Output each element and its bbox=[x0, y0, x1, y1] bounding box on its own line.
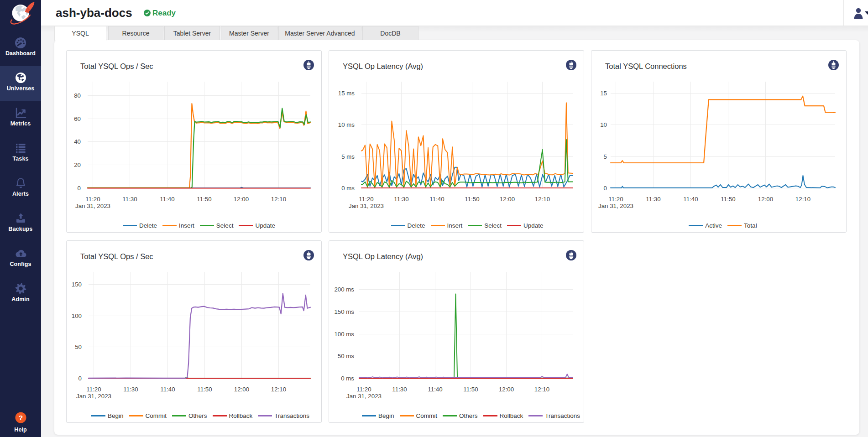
svg-text:50 ms: 50 ms bbox=[338, 353, 355, 359]
svg-text:11:40: 11:40 bbox=[683, 196, 698, 203]
svg-text:12:00: 12:00 bbox=[234, 386, 249, 393]
svg-text:11:50: 11:50 bbox=[721, 196, 735, 203]
svg-text:11:30: 11:30 bbox=[122, 196, 137, 203]
svg-text:5 ms: 5 ms bbox=[341, 153, 355, 160]
svg-text:15 ms: 15 ms bbox=[338, 90, 355, 97]
svg-text:11:50: 11:50 bbox=[465, 196, 479, 203]
svg-text:0 ms: 0 ms bbox=[341, 185, 355, 192]
svg-text:5: 5 bbox=[604, 153, 607, 160]
svg-text:60: 60 bbox=[74, 115, 81, 122]
svg-text:12:10: 12:10 bbox=[271, 386, 286, 393]
svg-text:12:00: 12:00 bbox=[500, 196, 515, 203]
svg-text:12:00: 12:00 bbox=[234, 196, 249, 203]
svg-text:12:00: 12:00 bbox=[499, 386, 514, 393]
svg-text:12:10: 12:10 bbox=[795, 196, 810, 203]
svg-text:40: 40 bbox=[74, 138, 81, 145]
svg-text:100 ms: 100 ms bbox=[334, 331, 354, 338]
svg-text:11:40: 11:40 bbox=[429, 196, 444, 203]
svg-text:150: 150 bbox=[72, 281, 82, 288]
svg-text:80: 80 bbox=[74, 92, 81, 99]
svg-text:11:30: 11:30 bbox=[394, 196, 408, 203]
svg-text:11:20: 11:20 bbox=[608, 196, 623, 203]
svg-text:Jan 31, 2023: Jan 31, 2023 bbox=[346, 393, 382, 400]
svg-text:11:30: 11:30 bbox=[123, 386, 138, 393]
svg-text:11:20: 11:20 bbox=[85, 196, 100, 203]
svg-text:Jan 31, 2023: Jan 31, 2023 bbox=[598, 203, 633, 209]
svg-text:12:10: 12:10 bbox=[534, 386, 549, 393]
svg-text:11:50: 11:50 bbox=[463, 386, 478, 393]
svg-text:12:10: 12:10 bbox=[271, 196, 286, 203]
svg-text:11:40: 11:40 bbox=[160, 196, 174, 203]
svg-text:Jan 31, 2023: Jan 31, 2023 bbox=[76, 393, 111, 400]
svg-text:0: 0 bbox=[78, 185, 81, 192]
svg-text:10 ms: 10 ms bbox=[338, 121, 355, 128]
svg-text:Jan 31, 2023: Jan 31, 2023 bbox=[349, 203, 384, 209]
svg-text:50: 50 bbox=[75, 343, 82, 350]
svg-text:11:30: 11:30 bbox=[646, 196, 660, 203]
svg-text:11:30: 11:30 bbox=[392, 386, 407, 393]
svg-text:10: 10 bbox=[600, 121, 607, 128]
svg-text:0: 0 bbox=[604, 185, 607, 192]
svg-text:11:20: 11:20 bbox=[86, 386, 101, 393]
svg-text:100: 100 bbox=[72, 312, 82, 319]
svg-text:11:50: 11:50 bbox=[197, 386, 212, 393]
svg-text:12:00: 12:00 bbox=[758, 196, 773, 203]
svg-text:200 ms: 200 ms bbox=[334, 286, 354, 293]
svg-text:15: 15 bbox=[600, 90, 607, 97]
svg-text:Jan 31, 2023: Jan 31, 2023 bbox=[75, 203, 110, 209]
svg-text:0: 0 bbox=[78, 375, 82, 382]
svg-text:11:50: 11:50 bbox=[197, 196, 211, 203]
svg-text:20: 20 bbox=[74, 161, 81, 168]
svg-text:11:40: 11:40 bbox=[428, 386, 442, 393]
svg-text:11:20: 11:20 bbox=[359, 196, 373, 203]
svg-text:11:20: 11:20 bbox=[356, 386, 371, 393]
svg-text:150 ms: 150 ms bbox=[334, 308, 354, 315]
svg-text:12:10: 12:10 bbox=[535, 196, 550, 203]
svg-text:0 ms: 0 ms bbox=[341, 375, 354, 382]
svg-text:?: ? bbox=[18, 414, 22, 421]
svg-text:11:40: 11:40 bbox=[160, 386, 175, 393]
